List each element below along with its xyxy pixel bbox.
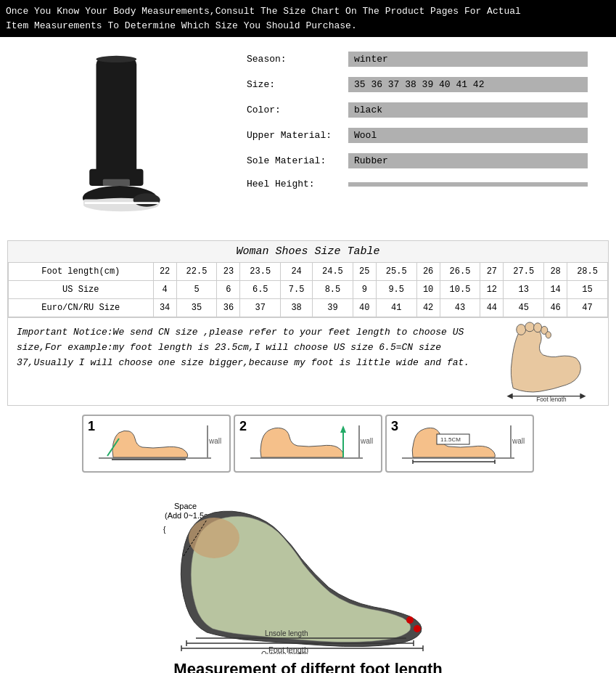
size-cell: 23 <box>217 263 240 281</box>
step-3-number: 3 <box>391 419 398 434</box>
size-cell: 35 <box>176 299 217 317</box>
season-row: Season: winter <box>247 52 609 67</box>
size-cell: 26 <box>416 263 440 281</box>
size-cell: 25 <box>353 263 376 281</box>
size-cell: 24.5 <box>313 263 353 281</box>
sole-row: Sole Material: Rubber <box>247 153 609 168</box>
size-cell: 37 <box>240 299 281 317</box>
size-cell: 13 <box>504 281 544 299</box>
step-1-number: 1 <box>88 419 95 434</box>
size-cell: 9 <box>353 281 376 299</box>
step-2-number: 2 <box>239 419 247 434</box>
svg-text:wall: wall <box>360 437 373 445</box>
svg-point-7 <box>96 56 137 62</box>
size-cell: 10.5 <box>440 281 480 299</box>
svg-point-36 <box>189 518 239 558</box>
svg-point-9 <box>517 325 526 335</box>
color-row: Color: black <box>247 102 609 118</box>
product-image-area <box>7 44 232 233</box>
size-cell: 22.5 <box>176 263 217 281</box>
svg-text:Outsole length: Outsole length <box>261 650 308 654</box>
svg-text:wall: wall <box>208 437 221 445</box>
svg-rect-0 <box>96 58 137 179</box>
size-cell: 38 <box>281 299 313 317</box>
heel-value <box>348 182 588 187</box>
heel-row: Heel Height: <box>247 179 609 189</box>
size-cell: 9.5 <box>376 281 416 299</box>
step-1-svg: wall <box>91 418 222 469</box>
size-cell: 40 <box>353 299 376 317</box>
size-table-row: US Size4566.57.58.599.51010.512131415 <box>9 281 608 299</box>
size-cell: 44 <box>480 299 504 317</box>
svg-point-40 <box>414 625 421 632</box>
svg-text:Lnsole length: Lnsole length <box>265 629 308 637</box>
foot-diagram-title: Measurement of differnt foot length <box>173 660 442 673</box>
step-1-box: 1 wall <box>82 415 231 473</box>
size-cell: 43 <box>440 299 480 317</box>
season-value: winter <box>348 52 588 67</box>
size-table: Foot length(cm)2222.52323.52424.52525.52… <box>8 263 608 317</box>
size-cell: 15 <box>567 281 608 299</box>
size-table-row: Euro/CN/RU Size3435363738394041424344454… <box>9 299 608 317</box>
size-cell: 41 <box>376 299 416 317</box>
svg-text:11.5CM: 11.5CM <box>440 436 461 443</box>
size-cell: 39 <box>313 299 353 317</box>
sole-value: Rubber <box>348 153 588 168</box>
row-label: US Size <box>9 281 154 299</box>
color-value: black <box>348 102 588 118</box>
size-row: Size: 35 36 37 38 39 40 41 42 <box>247 77 609 92</box>
upper-value: Wool <box>348 128 588 143</box>
foot-outline-svg: Foot length <box>492 322 601 401</box>
size-cell: 26.5 <box>440 263 480 281</box>
svg-point-13 <box>546 332 551 338</box>
notice-text: Important Notice:We send CN size ,please… <box>8 318 485 405</box>
row-label: Euro/CN/RU Size <box>9 299 154 317</box>
size-cell: 7.5 <box>281 281 313 299</box>
size-cell: 34 <box>153 299 176 317</box>
size-table-section: Woman Shoes Size Table Foot length(cm)22… <box>7 240 609 318</box>
svg-rect-8 <box>85 202 159 204</box>
banner-text-line1: Once You Know Your Body Measurements,Con… <box>6 6 521 17</box>
size-cell: 28.5 <box>567 263 608 281</box>
size-cell: 10 <box>416 281 440 299</box>
size-cell: 24 <box>281 263 313 281</box>
svg-point-10 <box>525 322 535 332</box>
foot-diagram-svg: Space (Add 0~1.5cm) { Foot length Lnsole… <box>134 480 482 654</box>
product-details: Season: winter Size: 35 36 37 38 39 40 4… <box>247 44 609 233</box>
svg-marker-25 <box>340 425 346 433</box>
svg-text:Foot length: Foot length <box>536 396 567 401</box>
size-cell: 12 <box>480 281 504 299</box>
row-label: Foot length(cm) <box>9 263 154 281</box>
step-3-svg: wall 11.5CM <box>395 418 525 469</box>
measurement-steps: 1 wall 2 wall 3 <box>44 415 572 473</box>
banner: Once You Know Your Body Measurements,Con… <box>0 0 616 37</box>
size-value: 35 36 37 38 39 40 41 42 <box>348 77 588 92</box>
upper-label: Upper Material: <box>247 130 348 141</box>
size-cell: 47 <box>567 299 608 317</box>
step-2-svg: wall <box>243 418 374 469</box>
notice-image: Foot length <box>485 318 608 405</box>
size-table-title: Woman Shoes Size Table <box>8 241 608 263</box>
svg-point-5 <box>134 193 160 207</box>
notice-section: Important Notice:We send CN size ,please… <box>7 318 609 406</box>
size-cell: 46 <box>544 299 567 317</box>
season-label: Season: <box>247 54 348 65</box>
size-table-row: Foot length(cm)2222.52323.52424.52525.52… <box>9 263 608 281</box>
size-cell: 27 <box>480 263 504 281</box>
size-cell: 14 <box>544 281 567 299</box>
size-cell: 45 <box>504 299 544 317</box>
size-cell: 27.5 <box>504 263 544 281</box>
product-image <box>40 44 200 233</box>
size-cell: 28 <box>544 263 567 281</box>
step-3-box: 3 wall 11.5CM <box>385 415 534 473</box>
size-label: Size: <box>247 79 348 90</box>
size-cell: 25.5 <box>376 263 416 281</box>
svg-point-39 <box>406 616 414 624</box>
size-table-body: Foot length(cm)2222.52323.52424.52525.52… <box>9 263 608 317</box>
svg-text:{: { <box>163 526 166 534</box>
step-2-box: 2 wall <box>234 415 382 473</box>
size-cell: 36 <box>217 299 240 317</box>
svg-text:Space: Space <box>174 502 197 510</box>
svg-rect-6 <box>103 179 130 186</box>
color-label: Color: <box>247 105 348 115</box>
